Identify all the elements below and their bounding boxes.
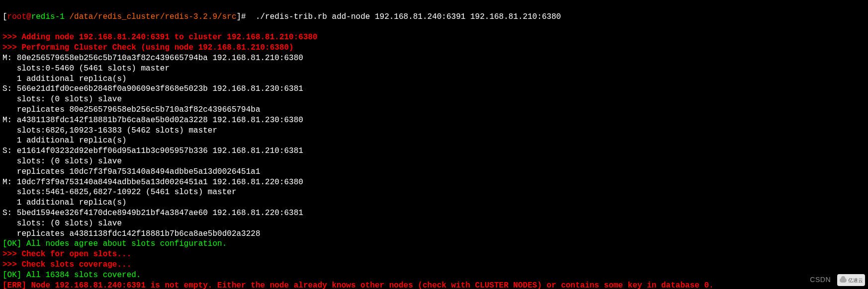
output-line: replicates 10dc7f3f9a753140a8494adbbe5a1… — [2, 167, 866, 177]
prompt-at: @ — [26, 12, 31, 21]
prompt-line: [root@redis-1 /data/redis_cluster/redis-… — [2, 12, 866, 22]
output-line: slots: (0 slots) slave — [2, 94, 866, 105]
prompt-open-bracket: [ — [2, 12, 7, 21]
output-line: [OK] All nodes agree about slots configu… — [2, 239, 866, 249]
output-line: 1 additional replica(s) — [2, 198, 866, 208]
output-line: slots:0-5460 (5461 slots) master — [2, 64, 866, 74]
output-line: slots:5461-6825,6827-10922 (5461 slots) … — [2, 187, 866, 198]
output-line: [ERR] Node 192.168.81.240:6391 is not em… — [2, 281, 866, 289]
watermark-logo-text: 亿速云 — [848, 277, 863, 284]
output-line: >>> Check slots coverage... — [2, 260, 866, 270]
output-line: >>> Adding node 192.168.81.240:6391 to c… — [2, 32, 866, 43]
output-line: slots:6826,10923-16383 (5462 slots) mast… — [2, 126, 866, 136]
output-line: S: 566e21d1fd0cee6b2848f0a90609e3f868e50… — [2, 84, 866, 94]
output-line: M: 80e256579658eb256c5b710a3f82c43966579… — [2, 53, 866, 64]
output-line: S: e11614f03232d92ebff06d95a11b3c905957b… — [2, 146, 866, 156]
output-line: M: 10dc7f3f9a753140a8494adbbe5a13d002645… — [2, 177, 866, 188]
cloud-icon — [840, 278, 847, 283]
prompt-user: root — [7, 12, 26, 21]
output-line: >>> Performing Cluster Check (using node… — [2, 43, 866, 53]
output-line: >>> Check for open slots... — [2, 249, 866, 260]
output-lines: >>> Adding node 192.168.81.240:6391 to c… — [2, 32, 866, 289]
output-line: replicates a4381138fdc142f18881b7b6ca8ae… — [2, 229, 866, 239]
output-line: replicates 80e256579658eb256c5b710a3f82c… — [2, 105, 866, 115]
output-line: slots: (0 slots) slave — [2, 218, 866, 229]
output-line: S: 5bed1594ee326f4170dce8949b21bf4a3847a… — [2, 208, 866, 218]
output-line: M: a4381138fdc142f18881b7b6ca8ae5b0d02a3… — [2, 115, 866, 126]
watermark-csdn: CSDN — [810, 275, 831, 284]
prompt-path: /data/redis_cluster/redis-3.2.9/src — [65, 12, 237, 21]
output-line: 1 additional replica(s) — [2, 74, 866, 84]
output-line: slots: (0 slots) slave — [2, 156, 866, 167]
prompt-host: redis-1 — [31, 12, 65, 21]
terminal-output[interactable]: [root@redis-1 /data/redis_cluster/redis-… — [2, 1, 866, 289]
output-line: [OK] All 16384 slots covered. — [2, 270, 866, 281]
output-line: 1 additional replica(s) — [2, 136, 866, 146]
prompt-close-bracket: ]# — [237, 12, 256, 21]
command-text: ./redis-trib.rb add-node 192.168.81.240:… — [256, 12, 561, 21]
watermark-logo: 亿速云 — [837, 274, 865, 286]
